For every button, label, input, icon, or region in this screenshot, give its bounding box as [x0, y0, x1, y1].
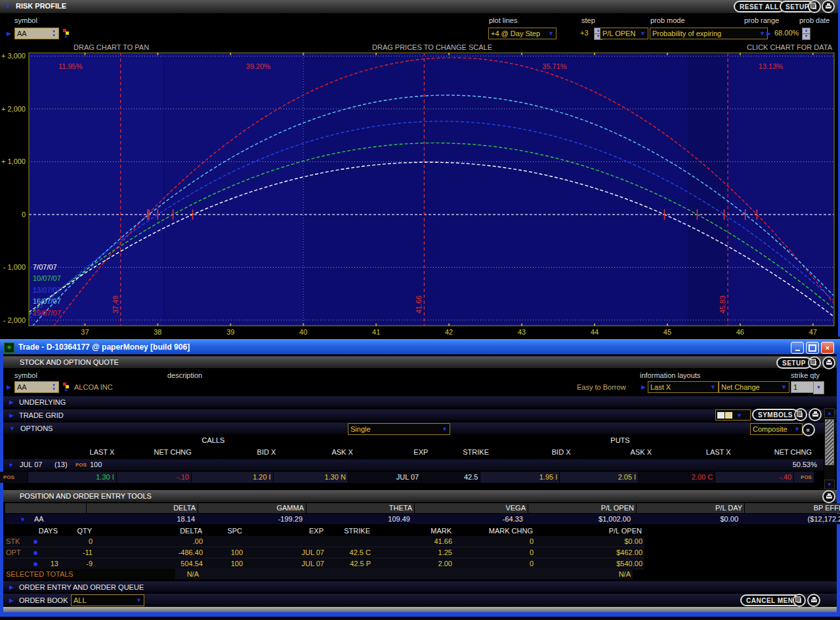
minimize-button[interactable]	[791, 342, 804, 354]
collapse-icon[interactable]: ▼	[8, 462, 14, 468]
plot-lines-select[interactable]: +4 @ Day Step▼	[488, 28, 556, 39]
collapse-section-icon[interactable]: ▼	[5, 3, 11, 10]
print-icon[interactable]	[822, 0, 835, 13]
cell-qty[interactable]: 0	[60, 536, 94, 547]
reset-all-button[interactable]: RESET ALL	[734, 1, 785, 12]
position-row-stk[interactable]: STK 0 .00 41.66 0 $0.00	[3, 536, 644, 547]
position-row-opt-call[interactable]: OPT -11 -486.40 100 JUL 07 42.5 C 1.25 0…	[3, 547, 644, 558]
greek-header[interactable]: VEGA	[415, 503, 528, 513]
risk-symbol-dropdown[interactable]: ▼▼	[49, 28, 59, 39]
maximize-button[interactable]	[806, 342, 819, 354]
expand-icon[interactable]: ▶	[9, 399, 14, 405]
expand-all-icon[interactable]: »	[802, 423, 815, 436]
put-last-cell[interactable]: 2.00 C	[638, 472, 715, 483]
greek-header[interactable]: DELTA	[87, 503, 198, 513]
col-header[interactable]: NET CHNG	[116, 448, 194, 456]
col-header[interactable]: LAST X	[25, 448, 116, 456]
link-color-icon[interactable]: ▲	[63, 29, 71, 37]
quote-setup-button[interactable]: SETUP	[776, 357, 812, 369]
order-entry-row[interactable]: ▶ ORDER ENTRY AND ORDER QUEUE	[3, 581, 837, 592]
col-header[interactable]: LAST X	[654, 448, 733, 456]
call-last-cell[interactable]: 1.30 I	[28, 472, 116, 483]
trade-symbol-input[interactable]: AA	[14, 381, 52, 393]
pos-header[interactable]: STRIKE	[326, 526, 372, 535]
pos-header[interactable]: EXP	[244, 526, 326, 535]
greek-header[interactable]: GAMMA	[198, 503, 306, 513]
grid-print-icon[interactable]	[808, 408, 822, 421]
trade-symbol-dropdown[interactable]: ▼▼	[49, 381, 59, 393]
pos-header[interactable]: P/L OPEN	[535, 526, 644, 535]
collapse-icon[interactable]: ▼	[20, 516, 26, 523]
risk-profile-chart[interactable]: 37.4941.6645.8311.95%39.20%35.71%13.13%3…	[0, 52, 840, 337]
col-header[interactable]: EXP	[355, 448, 430, 456]
greek-header[interactable]: P/L OPEN	[528, 503, 637, 513]
greek-header[interactable]: P/L DAY	[637, 503, 745, 513]
pos-header[interactable]: DELTA	[94, 526, 204, 535]
pos-header[interactable]: QTY	[60, 526, 94, 535]
call-netchng-cell[interactable]: -.10	[116, 472, 191, 483]
copy-icon[interactable]	[808, 0, 821, 13]
column-layout-picker[interactable]: ▼	[715, 409, 751, 421]
risk-symbol-input[interactable]: AA	[14, 28, 52, 39]
col-header[interactable]: ASK X	[573, 448, 654, 456]
close-button[interactable]: ×	[821, 342, 834, 354]
pos-header[interactable]: MARK	[372, 526, 453, 535]
grid-copy-icon[interactable]	[794, 408, 807, 421]
expand-icon[interactable]: ▶	[9, 597, 14, 604]
put-netchng-cell[interactable]: -.40	[715, 472, 793, 483]
greek-header[interactable]: THETA	[306, 503, 415, 513]
strike-cell[interactable]: 42.5	[421, 472, 480, 483]
col-header[interactable]: BID X	[491, 448, 573, 456]
trade-grid-row[interactable]: ▶ TRADE GRID	[3, 409, 837, 421]
quote-print-icon[interactable]	[822, 356, 835, 369]
option-quote-row[interactable]: POS 1.30 I -.10 1.20 I 1.30 N JUL 07 42.…	[0, 472, 814, 483]
position-row-opt-put[interactable]: 13 -9 504.54 100 JUL 07 42.5 P 2.00 0 $5…	[3, 558, 644, 569]
quote-copy-icon[interactable]	[808, 356, 821, 369]
symbols-button[interactable]: SYMBOLS	[752, 409, 799, 421]
exp-cell[interactable]: JUL 07	[348, 472, 421, 483]
underlying-row[interactable]: ▶ UNDERLYING	[3, 396, 837, 407]
expand-icon[interactable]: ▶	[9, 412, 14, 419]
collapse-icon[interactable]: ▼	[9, 425, 15, 432]
pos-header[interactable]: SPC	[204, 526, 244, 535]
pos-header[interactable]: DAYS	[37, 526, 60, 535]
prob-mode-expiring-select[interactable]: Probability of expiring▼	[650, 28, 768, 39]
strike-qty-dropdown[interactable]: ▼	[813, 381, 824, 394]
col-header[interactable]: BID X	[194, 448, 278, 456]
risk-profile-title: RISK PROFILE	[16, 2, 66, 10]
call-bid-cell[interactable]: 1.20 I	[191, 472, 273, 483]
scroll-thumb[interactable]	[825, 419, 834, 465]
order-book-filter-select[interactable]: ALL▼	[71, 594, 144, 606]
strike-qty-input[interactable]: 1	[791, 381, 814, 393]
cell-qty[interactable]: -11	[60, 547, 94, 558]
options-scrollbar[interactable]: ▲ ▼	[824, 408, 835, 489]
exchange-select[interactable]: Composite▼	[750, 423, 803, 435]
trade-titlebar[interactable]: ✳ Trade - D-10364177 @ paperMoney [build…	[0, 339, 840, 354]
trade-link-color-icon[interactable]: ▲	[63, 382, 71, 390]
put-ask-cell[interactable]: 2.05 I	[559, 472, 638, 483]
col-header[interactable]: NET CHNG	[733, 448, 814, 456]
col-header[interactable]: STRIKE	[430, 448, 491, 456]
col-header[interactable]: ASK X	[278, 448, 355, 456]
cell-qty[interactable]: -9	[60, 558, 94, 569]
scroll-down-button[interactable]: ▼	[824, 480, 835, 489]
spread-type-select[interactable]: Single▼	[348, 423, 450, 435]
underlying-greeks-row[interactable]: ▼ AA 18.14 -199.29 109.49 -64.33 $1,002.…	[5, 514, 840, 524]
svg-text:42: 42	[445, 328, 453, 336]
greek-header[interactable]: BP EFFECT	[745, 503, 840, 513]
pos-header[interactable]: MARK CHNG	[453, 526, 535, 535]
call-ask-cell[interactable]: 1.30 N	[273, 472, 348, 483]
prob-mode-select[interactable]: P/L OPEN▼	[600, 28, 648, 39]
position-print-icon[interactable]	[822, 490, 835, 503]
book-print-icon[interactable]	[807, 594, 820, 607]
prob-range-spinner[interactable]: ▲▼	[802, 28, 810, 40]
layout1-select[interactable]: Last X▼	[648, 381, 719, 393]
expand-icon[interactable]: ▶	[9, 584, 14, 590]
put-bid-cell[interactable]: 1.95 I	[480, 472, 559, 483]
cell-mark-chng: 0	[454, 547, 536, 558]
greek-value: -199.29	[197, 514, 304, 524]
book-copy-icon[interactable]	[793, 594, 806, 607]
scroll-up-button[interactable]: ▲	[824, 408, 835, 418]
layout2-select[interactable]: Net Change▼	[719, 381, 789, 393]
expiry-series-row[interactable]: ▼ JUL 07 (13) POS 100 50.53%	[3, 459, 824, 470]
